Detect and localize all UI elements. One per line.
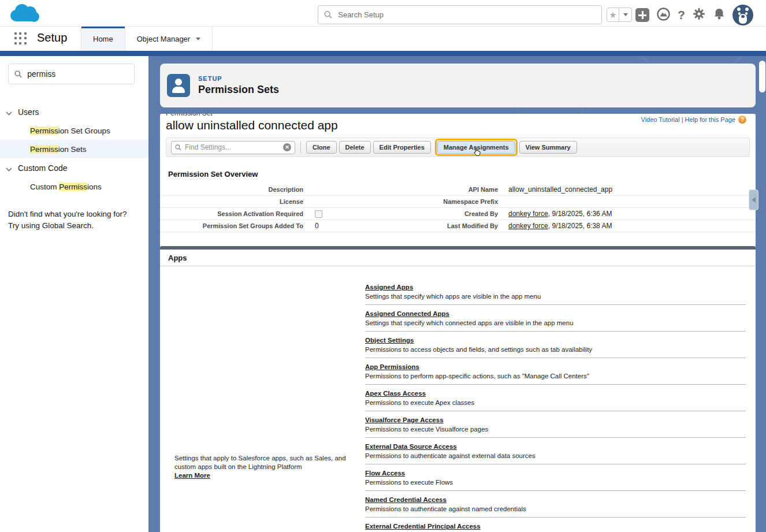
tab-home-label: Home [93, 35, 113, 43]
list-item: App Permissions Permissions to perform a… [365, 358, 746, 385]
sidebar-section-label: Custom Code [18, 163, 68, 173]
list-item: External Credential Principal Access Per… [365, 518, 746, 532]
main-content-area: SETUP Permission Sets Permission Set all… [148, 56, 766, 532]
header-divider-strip [0, 51, 766, 56]
field-label: Last Modified By [370, 222, 498, 229]
tab-object-manager[interactable]: Object Manager [125, 27, 213, 51]
named-credential-access-link[interactable]: Named Credential Access [365, 496, 447, 503]
list-item: Object Settings Permissions to access ob… [365, 332, 746, 358]
created-date: , 9/18/2025, 6:36 AM [548, 210, 612, 218]
modified-date: , 9/18/2025, 6:38 AM [548, 222, 612, 230]
sidebar-section-custom-code[interactable]: Custom Code [0, 159, 148, 177]
favorites-dropdown-button[interactable] [619, 8, 632, 22]
field-label: Permission Set Groups Added To [160, 222, 303, 229]
table-row: Description API Name allow_uninstalled_c… [160, 184, 756, 196]
overview-heading: Permission Set Overview [168, 170, 756, 178]
created-by-link[interactable]: donkey force [508, 210, 548, 218]
field-label: Namespace Prefix [370, 198, 498, 205]
list-item-desc: Permissions to execute Apex classes [365, 399, 746, 407]
list-item: Flow Access Permissions to execute Flows [365, 464, 746, 491]
collapse-panel-handle[interactable] [749, 189, 758, 210]
chevron-left-icon [752, 197, 756, 203]
setup-gear-icon[interactable] [692, 7, 706, 23]
find-settings-box[interactable]: ✕ [171, 141, 295, 154]
chevron-down-icon [196, 38, 200, 40]
assigned-connected-apps-link[interactable]: Assigned Connected Apps [365, 310, 449, 317]
global-header: ★ ? [0, 0, 766, 27]
apps-settings-list: Assigned Apps Settings that specify whic… [365, 266, 746, 532]
sidebar-section-label: Users [18, 107, 39, 117]
list-item-desc: Permissions to perform app-specific acti… [365, 372, 746, 380]
clone-button[interactable]: Clone [306, 141, 337, 154]
help-question-icon[interactable]: ? [678, 8, 685, 22]
global-search-input[interactable] [338, 10, 596, 19]
table-row: License Namespace Prefix [160, 196, 756, 208]
manage-assignments-button[interactable]: Manage Assignments [437, 141, 515, 154]
chevron-down-icon [6, 107, 12, 118]
quick-find-input[interactable] [27, 69, 128, 79]
list-item: External Data Source Access Permissions … [365, 438, 746, 464]
list-item-desc: Settings that specify which apps are vis… [365, 292, 746, 300]
scrollbar-thumb[interactable] [759, 61, 765, 92]
find-settings-input[interactable] [185, 143, 283, 151]
view-summary-button[interactable]: View Summary [519, 141, 577, 154]
delete-button[interactable]: Delete [339, 141, 371, 154]
field-label: Description [160, 186, 303, 193]
trailhead-icon[interactable] [656, 7, 671, 24]
app-name: Setup [37, 31, 67, 44]
search-icon [324, 10, 332, 19]
list-item-desc: Settings that specify which connected ap… [365, 319, 746, 327]
global-search[interactable] [318, 5, 602, 24]
toolbar-divider [300, 142, 301, 153]
external-data-source-access-link[interactable]: External Data Source Access [365, 443, 457, 450]
user-avatar[interactable] [732, 5, 753, 25]
list-item-desc: Permissions to authenticate against exte… [365, 452, 746, 460]
list-item-desc: Permissions to access objects and fields… [365, 345, 746, 354]
detail-toolbar: ✕ Clone Delete Edit Properties Manage As… [166, 137, 750, 157]
sidebar-footer-hint: Didn't find what you're looking for? Try… [8, 209, 139, 232]
object-settings-link[interactable]: Object Settings [365, 337, 414, 344]
favorites-star-icon[interactable]: ★ [607, 8, 619, 22]
page-title: Permission Sets [198, 84, 279, 96]
list-item-desc: Permissions to authenticate against name… [365, 505, 746, 513]
learn-more-link[interactable]: Learn More [174, 471, 210, 480]
last-modified-by-link[interactable]: donkey force [508, 222, 548, 230]
setup-sidebar: Users Permission Set Groups Permission S… [0, 56, 148, 532]
help-links[interactable]: Video Tutorial | Help for this Page ? [641, 116, 746, 124]
sidebar-item-permission-sets[interactable]: Permission Sets [0, 140, 148, 158]
apex-class-access-link[interactable]: Apex Class Access [365, 390, 426, 397]
search-icon [14, 70, 22, 79]
tab-home[interactable]: Home [81, 27, 125, 51]
assigned-apps-link[interactable]: Assigned Apps [365, 284, 413, 291]
sidebar-item-custom-permissions[interactable]: Custom Permissions [0, 177, 148, 196]
setup-nav-bar: Setup Home Object Manager [0, 27, 766, 51]
flow-access-link[interactable]: Flow Access [365, 470, 405, 477]
clear-search-icon[interactable]: ✕ [283, 143, 291, 151]
field-value: allow_uninstalled_connected_app [498, 185, 756, 194]
quick-create-plus-icon[interactable] [635, 8, 649, 22]
search-icon [175, 144, 181, 151]
chevron-down-icon [6, 163, 12, 174]
permission-sets-icon [167, 74, 190, 97]
sidebar-item-permission-set-groups[interactable]: Permission Set Groups [0, 121, 148, 140]
tutorial-highlight-ring: Manage Assignments [435, 139, 518, 156]
sidebar-section-users[interactable]: Users [0, 103, 148, 121]
help-orb-icon[interactable]: ? [738, 116, 746, 124]
salesforce-setup-page: ★ ? [0, 0, 766, 532]
app-permissions-link[interactable]: App Permissions [365, 363, 419, 370]
app-launcher-waffle-icon[interactable] [14, 32, 27, 45]
quick-find-box[interactable] [8, 64, 135, 84]
favorites-group: ★ [607, 8, 632, 22]
field-label: Created By [370, 210, 498, 217]
external-credential-principal-access-link[interactable]: External Credential Principal Access [365, 523, 481, 530]
chevron-down-icon [623, 13, 628, 16]
field-label: Session Activation Required [160, 210, 303, 217]
list-item-desc: Permissions to execute Flows [365, 478, 746, 486]
table-row: Session Activation Required Created By d… [160, 208, 756, 220]
session-activation-checkbox[interactable] [315, 210, 322, 218]
list-item: Assigned Apps Settings that specify whic… [365, 278, 746, 305]
notifications-bell-icon[interactable] [713, 7, 726, 23]
apps-section: Apps Settings that apply to Salesforce a… [160, 246, 756, 532]
edit-properties-button[interactable]: Edit Properties [373, 141, 431, 154]
visualforce-page-access-link[interactable]: Visualforce Page Access [365, 416, 444, 423]
